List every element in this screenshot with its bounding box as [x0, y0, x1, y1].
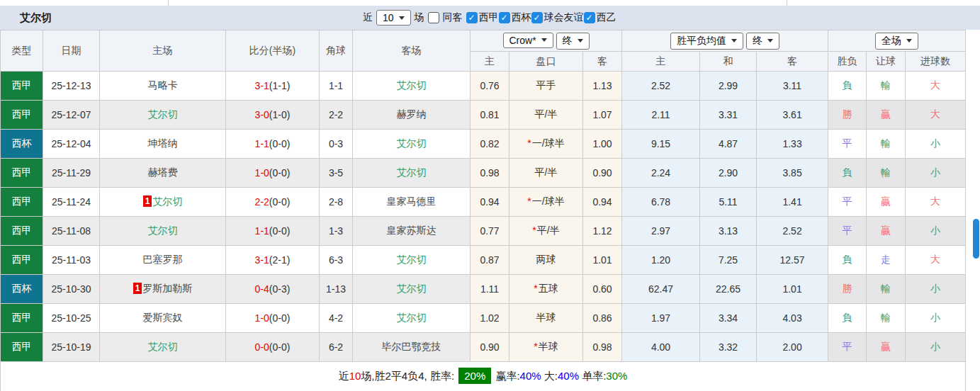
away-team-cell: 皇家马德里: [353, 188, 471, 217]
divider: [787, 0, 787, 6]
away-team-name: 艾尔切: [397, 254, 427, 265]
fulltime-score: 3-0: [255, 109, 269, 120]
odds-source-select[interactable]: Crow*: [503, 33, 553, 48]
match-row: 西甲25-11-241艾尔切2-2(0-0)2-8皇家马德里0.94*一/球半0…: [1, 188, 966, 217]
home-team-cell: 艾尔切: [100, 217, 226, 246]
handicap-result-cell: 贏: [867, 217, 906, 246]
handicap-result-cell: 輸: [867, 72, 906, 101]
home-team-cell: 爱斯宾奴: [100, 304, 226, 333]
avg-away-cell: 1.01: [757, 275, 828, 304]
date-cell: 25-10-30: [43, 275, 100, 304]
chevron-down-icon: [906, 39, 912, 42]
score-cell: 1-0(0-0): [226, 159, 320, 188]
fulltime-score: 2-2: [255, 196, 269, 208]
corner-cell: 6-2: [320, 333, 353, 362]
result-cell: 負: [828, 246, 867, 275]
corner-cell: 0-3: [320, 130, 353, 159]
league-type-cell: 西甲: [1, 333, 43, 362]
league-type-cell: 西甲: [1, 101, 43, 130]
away-odds-cell: 1.12: [583, 217, 622, 246]
match-row: 西甲25-10-25爱斯宾奴1-0(0-0)4-2艾尔切1.02半球0.861.…: [1, 304, 966, 333]
away-odds-cell: 0.94: [583, 188, 622, 217]
score-cell: 3-0(1-0): [226, 101, 320, 130]
home-odds-cell: 1.02: [471, 304, 509, 333]
star-marker: *: [534, 341, 537, 352]
avg-draw-cell: 3.32: [700, 333, 757, 362]
avg-home-cell: 9.15: [622, 130, 700, 159]
summary-segment: 近: [339, 370, 349, 382]
league-checkbox[interactable]: ✓: [499, 12, 510, 23]
handicap-cell: *五球: [509, 275, 583, 304]
star-marker: *: [527, 137, 531, 149]
avg-source-select[interactable]: 胜平负均值: [670, 33, 743, 50]
match-row: 西甲25-11-08艾尔切1-1(0-0)1-3皇家苏斯达0.77*平/半1.1…: [1, 217, 966, 246]
halftime-score: (0-0): [269, 225, 291, 237]
red-card-badge: 1: [143, 196, 152, 207]
subcol-handicap-result: 让球: [867, 52, 906, 72]
subcol-handicap: 盘口: [509, 52, 583, 72]
away-odds-cell: 1.13: [583, 72, 622, 101]
avg-away-cell: 4.03: [757, 304, 828, 333]
avg-away-cell: 1.33: [757, 130, 828, 159]
avg-home-cell: 4.00: [622, 333, 700, 362]
away-team-name: 赫罗纳: [397, 108, 427, 120]
avg-home-cell: 2.11: [622, 101, 700, 130]
scope-select[interactable]: 全场: [875, 33, 918, 50]
halftime-score: (2-1): [269, 254, 291, 266]
match-row: 西杯25-12-04坤塔纳1-1(0-0)0-3艾尔切0.82*一/球半1.00…: [1, 130, 966, 159]
avg-home-cell: 1.97: [622, 304, 700, 333]
handicap-cell: 半球: [509, 304, 583, 333]
home-team-name: 巴塞罗那: [143, 254, 183, 265]
away-team-name: 皇家苏斯达: [387, 225, 437, 236]
avg-away-cell: 2.52: [757, 217, 828, 246]
same-venue-checkbox[interactable]: [428, 12, 439, 23]
recent-label: 近: [363, 11, 373, 24]
league-label: 西乙: [597, 11, 616, 24]
avg-home-cell: 2.97: [622, 217, 700, 246]
league-checkbox[interactable]: ✓: [531, 12, 543, 23]
fulltime-score: 1-1: [255, 138, 269, 149]
league-type-cell: 西甲: [1, 246, 43, 275]
away-team-cell: 艾尔切: [353, 246, 471, 275]
home-team-name: 坤塔纳: [148, 137, 178, 149]
goals-result-cell: 大: [906, 246, 966, 275]
league-checkbox[interactable]: ✓: [466, 12, 478, 23]
home-team-name: 爱斯宾奴: [143, 312, 183, 323]
corner-cell: 2-2: [320, 101, 353, 130]
date-cell: 25-10-19: [43, 333, 100, 362]
fulltime-score: 1-0: [255, 167, 269, 178]
handicap-cell: 平/半: [509, 101, 583, 130]
avg-time-value: 终: [753, 35, 762, 47]
home-team-cell: 马略卡: [100, 72, 226, 101]
home-odds-cell: 0.77: [471, 217, 509, 246]
date-cell: 25-12-07: [43, 101, 100, 130]
away-team-cell: 皇家苏斯达: [353, 217, 471, 246]
corner-cell: 3-5: [320, 159, 353, 188]
avg-draw-cell: 4.87: [700, 130, 757, 159]
goals-result-cell: 大: [906, 188, 966, 217]
match-row: 西甲25-12-07艾尔切3-0(1-0)2-2赫罗纳0.81平/半1.072.…: [1, 101, 966, 130]
date-cell: 25-12-13: [43, 72, 100, 101]
fulltime-score: 1-1: [255, 225, 269, 237]
away-team-cell: 艾尔切: [353, 275, 471, 304]
subcol-avg-away: 客: [757, 52, 828, 72]
odds-time-select[interactable]: 终: [556, 33, 590, 50]
avg-source-value: 胜平负均值: [677, 35, 726, 47]
vertical-scrollbar-thumb[interactable]: [973, 219, 979, 259]
result-cell: 勝: [828, 275, 867, 304]
away-team-cell: 艾尔切: [353, 304, 471, 333]
score-cell: 1-0(0-0): [226, 304, 320, 333]
league-checkbox[interactable]: ✓: [584, 12, 595, 23]
subcol-goals-result: 进球数: [906, 52, 966, 72]
avg-time-select[interactable]: 终: [746, 33, 779, 50]
home-team-cell: 艾尔切: [100, 101, 226, 130]
avg-draw-cell: 3.31: [700, 101, 757, 130]
col-corner: 角球: [320, 30, 353, 72]
avg-draw-cell: 22.65: [700, 275, 757, 304]
recent-count-select[interactable]: 10: [376, 10, 411, 26]
fulltime-score: 0-4: [255, 283, 269, 295]
halftime-score: (0-3): [269, 283, 291, 295]
goals-result-cell: 小: [906, 217, 966, 246]
date-cell: 25-10-25: [43, 304, 100, 333]
match-stats-panel: 艾尔切 近 10 场 同客 ✓西甲✓西杯✓球会友谊✓西乙 类型 日期 主场: [0, 0, 980, 391]
